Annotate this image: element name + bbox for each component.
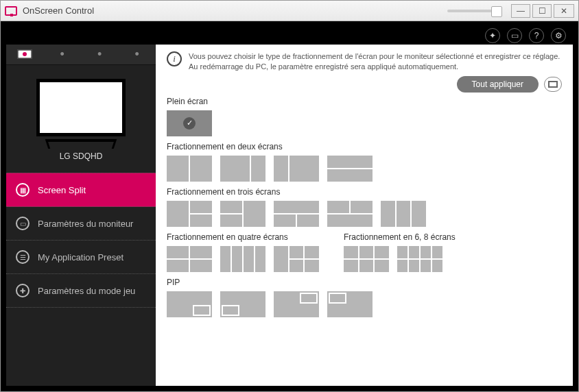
monitor-tab-2[interactable]: • — [52, 48, 73, 62]
layout-8[interactable] — [397, 246, 442, 272]
section-two: Fractionnement en deux écrans — [167, 142, 562, 182]
monitor-icon-large — [36, 79, 126, 136]
layout-3-top-wide[interactable] — [274, 201, 319, 227]
layout-pip-bl[interactable] — [220, 291, 265, 317]
section-four: Fractionnement en quatre écrans — [167, 232, 319, 272]
pointer-icon[interactable]: ✦ — [485, 28, 500, 43]
maximize-button[interactable]: ☐ — [532, 4, 552, 18]
section-pip: PIP — [167, 278, 562, 317]
layout-pip-br[interactable] — [167, 291, 212, 317]
screen-split-icon: ▦ — [16, 183, 29, 197]
nav-app-preset[interactable]: ☰ My Application Preset — [6, 240, 156, 274]
monitor-stand-icon — [47, 139, 115, 149]
section-sixeight: Fractionnement en 6, 8 écrans — [344, 232, 456, 272]
layout-2-left-wide[interactable] — [220, 156, 265, 182]
section-title: Fractionnement en quatre écrans — [167, 232, 319, 242]
opacity-slider[interactable] — [447, 10, 502, 12]
app-preset-icon: ☰ — [16, 250, 29, 264]
window-title: OnScreen Control — [23, 5, 94, 16]
layout-pip-tr[interactable] — [274, 291, 319, 317]
monitor-tab-4[interactable]: • — [127, 48, 147, 62]
layout-2-even-v[interactable] — [167, 156, 212, 182]
app-frame: ✦ ▭ ? ⚙ • • • LG SDQHD — [1, 21, 578, 391]
game-mode-icon: ✚ — [16, 284, 29, 297]
section-title: PIP — [167, 278, 562, 287]
app-body: • • • LG SDQHD ▦ Screen Split ▭ — [6, 45, 573, 386]
layout-3-left-tall[interactable] — [167, 201, 212, 227]
nav-label: My Application Preset — [38, 252, 123, 262]
svg-point-1 — [23, 52, 27, 56]
monitor-tabstrip: • • • — [6, 45, 156, 65]
sidebar: • • • LG SDQHD ▦ Screen Split ▭ — [6, 45, 156, 386]
gear-icon[interactable]: ⚙ — [551, 28, 566, 43]
info-text: Vous pouvez choisir le type de fractionn… — [189, 51, 562, 72]
section-title: Fractionnement en trois écrans — [167, 187, 562, 197]
layout-2-right-wide[interactable] — [274, 156, 319, 182]
monitor-name: LG SDQHD — [6, 151, 156, 161]
info-bar: i Vous pouvez choisir le type de fractio… — [167, 51, 562, 72]
nav-monitor-settings[interactable]: ▭ Paramètres du moniteur — [6, 206, 156, 241]
layout-3-right-tall[interactable] — [220, 201, 265, 227]
monitor-tab-1[interactable] — [14, 48, 35, 62]
nav-screen-split[interactable]: ▦ Screen Split — [6, 173, 156, 207]
layout-2-even-h[interactable] — [327, 156, 373, 182]
monitor-icon[interactable]: ▭ — [507, 28, 522, 43]
help-icon[interactable]: ? — [529, 28, 544, 43]
monitor-settings-icon: ▭ — [16, 217, 29, 230]
layout-3-bottom-wide[interactable] — [327, 201, 373, 227]
nav-label: Paramètres du moniteur — [38, 219, 133, 229]
apply-all-button[interactable]: Tout appliquer — [457, 76, 539, 93]
nav-label: Screen Split — [38, 185, 86, 195]
layout-3-columns[interactable] — [381, 201, 426, 227]
nav-list: ▦ Screen Split ▭ Paramètres du moniteur … — [6, 173, 156, 308]
action-row: Tout appliquer — [167, 76, 562, 93]
minimize-button[interactable]: — — [511, 4, 530, 18]
monitor-tab-3[interactable]: • — [89, 48, 110, 62]
app-toolbar: ✦ ▭ ? ⚙ — [6, 27, 573, 45]
section-title: Fractionnement en deux écrans — [167, 142, 562, 151]
app-window: OnScreen Control — ☐ ✕ ✦ ▭ ? ⚙ • • • — [0, 0, 579, 392]
layout-6[interactable] — [344, 246, 389, 272]
grid-toggle-button[interactable] — [544, 77, 562, 92]
monitor-preview: LG SDQHD — [6, 65, 156, 169]
nav-label: Paramètres du mode jeu — [38, 286, 135, 296]
layout-pip-tl[interactable] — [327, 291, 373, 317]
info-icon: i — [167, 51, 182, 66]
app-icon — [5, 6, 17, 16]
check-icon: ✓ — [183, 117, 196, 130]
layout-full[interactable]: ✓ — [167, 110, 212, 136]
layout-4-grid[interactable] — [167, 246, 212, 272]
titlebar: OnScreen Control — ☐ ✕ — [1, 1, 578, 21]
nav-game-mode[interactable]: ✚ Paramètres du mode jeu — [6, 273, 156, 308]
close-button[interactable]: ✕ — [554, 4, 574, 18]
layout-4-left-tall[interactable] — [274, 246, 319, 272]
grid-toggle-icon — [548, 81, 558, 88]
content-panel: i Vous pouvez choisir le type de fractio… — [156, 45, 573, 386]
section-three: Fractionnement en trois écrans — [167, 187, 562, 227]
section-title: Plein écran — [167, 97, 562, 106]
split-options-area: Plein écran ✓ Fractionnement en deux écr… — [167, 97, 562, 376]
layout-4-columns[interactable] — [220, 246, 265, 272]
section-title: Fractionnement en 6, 8 écrans — [344, 232, 456, 242]
section-full: Plein écran ✓ — [167, 97, 562, 136]
